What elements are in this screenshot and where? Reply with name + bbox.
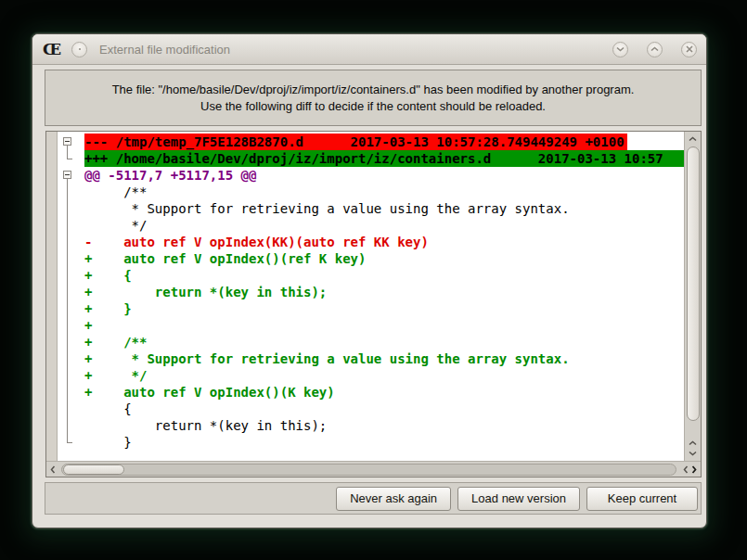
load-new-version-button[interactable]: Load new version (457, 487, 580, 511)
diff-line: + { (84, 267, 684, 284)
coedit-logo-icon: Œ (43, 42, 61, 57)
horizontal-scroll-thumb[interactable] (63, 465, 124, 475)
fold-range-line (67, 179, 72, 443)
diff-gutter (46, 132, 58, 461)
diff-line: @@ -5117,7 +5117,15 @@ (84, 167, 684, 184)
diff-line: + */ (84, 367, 684, 384)
diff-text: --- /tmp/temp_7F5E128B2870.d 2017-03-13 … (84, 132, 684, 461)
diff-line: */ (84, 217, 684, 234)
external-file-modification-dialog: Œ External file modification The file: "… (32, 33, 707, 528)
vertical-scroll-track[interactable] (687, 146, 700, 436)
diff-line: + (84, 317, 684, 334)
vertical-scroll-thumb[interactable] (687, 146, 700, 421)
diff-line: { (84, 401, 684, 417)
diff-line: +++ /home/basile/Dev/dproj/iz/import/iz/… (84, 150, 684, 167)
fold-range-line (67, 146, 72, 159)
maximize-button[interactable] (647, 42, 663, 57)
fold-margin (58, 132, 84, 461)
diff-line: return *(key in this); (84, 417, 684, 434)
window-title: External file modification (99, 43, 230, 57)
message-line-2: Use the following diff to decide if the … (200, 98, 546, 114)
scroll-left-button[interactable] (683, 465, 689, 474)
diff-line: } (84, 434, 684, 451)
diff-line: + * Support for retrieving a value using… (84, 350, 684, 367)
message-line-1: The file: "/home/basile/Dev/dproj/iz/imp… (112, 82, 635, 97)
titlebar[interactable]: Œ External file modification (32, 34, 706, 65)
chevron-up-icon (689, 440, 697, 446)
scroll-up-button[interactable] (689, 438, 697, 448)
diff-line: - auto ref V opIndex(KK)(auto ref KK key… (84, 234, 684, 250)
diff-line: * Support for retrieving a value using t… (84, 200, 684, 217)
horizontal-scrollbar[interactable] (46, 461, 701, 477)
never-ask-again-button[interactable]: Never ask again (336, 487, 451, 511)
chevron-left-icon (50, 465, 56, 474)
fold-collapse-icon[interactable] (63, 171, 71, 179)
fold-collapse-icon[interactable] (63, 137, 71, 146)
button-panel: Never ask again Load new version Keep cu… (45, 482, 702, 515)
diff-line: + return *(key in this); (84, 284, 684, 300)
chevron-right-icon (691, 465, 697, 474)
vertical-scrollbar[interactable] (684, 132, 701, 461)
scroll-left-button[interactable] (46, 465, 58, 474)
diff-viewer[interactable]: --- /tmp/temp_7F5E128B2870.d 2017-03-13 … (45, 131, 702, 477)
chevron-up-icon (689, 136, 697, 142)
chevron-left-icon (683, 465, 689, 474)
scroll-up-button[interactable] (689, 132, 697, 146)
diff-line: + /** (84, 334, 684, 350)
chevron-up-icon (650, 46, 659, 52)
minimize-button[interactable] (612, 42, 628, 57)
chevron-down-icon (616, 46, 625, 52)
scroll-right-button[interactable] (691, 465, 697, 474)
diff-line: --- /tmp/temp_7F5E128B2870.d 2017-03-13 … (84, 134, 627, 150)
horizontal-scroll-track[interactable] (61, 464, 676, 476)
titlebar-menu-button[interactable] (71, 42, 87, 57)
diff-line: + } (84, 300, 684, 317)
dot-icon (79, 48, 81, 50)
diff-line: /** (84, 184, 684, 200)
scroll-down-button[interactable] (689, 448, 697, 458)
diff-line: + auto ref V opIndex()(ref K key) (84, 250, 684, 267)
close-button[interactable] (681, 42, 697, 57)
keep-current-button[interactable]: Keep current (586, 487, 698, 511)
chevron-down-icon (689, 451, 697, 456)
message-panel: The file: "/home/basile/Dev/dproj/iz/imp… (45, 70, 702, 126)
close-icon (686, 45, 693, 53)
diff-line: + auto ref V opIndex()(K key) (84, 384, 684, 401)
